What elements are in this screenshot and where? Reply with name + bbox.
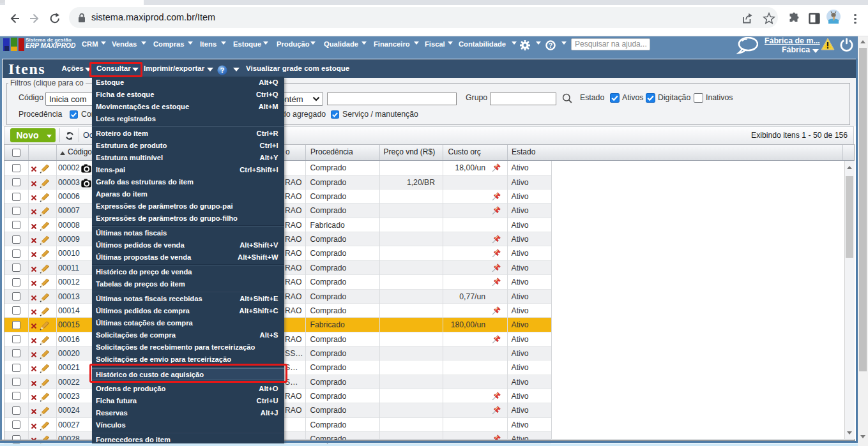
- svg-text:?: ?: [548, 41, 552, 49]
- svg-text:?: ?: [220, 66, 225, 74]
